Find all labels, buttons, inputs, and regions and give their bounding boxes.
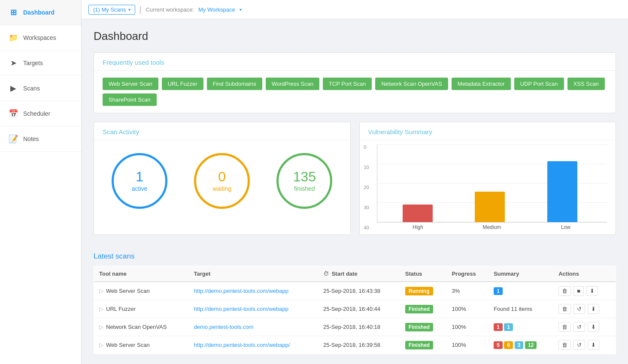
scan-badge-label: (1) My Scans — [93, 6, 126, 13]
circles-container: 1 active 0 waiting 135 finished — [94, 140, 350, 222]
tool-wordpress-scan[interactable]: WordPress Scan — [266, 78, 319, 90]
clock-icon: ⏱ — [323, 271, 329, 277]
bar-high-rect — [403, 205, 433, 222]
scans-table: Tool name Target ⏱ Start date Status Pro… — [94, 266, 616, 354]
tool-name-inner: ▷ Web Server Scan — [99, 288, 184, 294]
tool-web-server-scan[interactable]: Web Server Scan — [103, 78, 158, 90]
start-date-cell: 25-Sep-2018, 16:40:18 — [318, 318, 400, 336]
bar-chart-container: 40 30 20 10 0 — [360, 140, 616, 235]
my-scans-dropdown[interactable]: (1) My Scans ▾ — [88, 5, 135, 15]
table-row: ▷ Web Server Scan http://demo.pentest-to… — [94, 336, 616, 354]
tool-xss-scan[interactable]: XSS Scan — [567, 78, 605, 90]
delete-btn[interactable]: 🗑 — [558, 304, 571, 314]
tools-card-body: Web Server Scan URL Fuzzer Find Subdomai… — [94, 71, 616, 113]
actions-cell: 🗑 ■ ⬇ — [553, 282, 616, 300]
actions-cell: 🗑 ↺ ⬇ — [553, 336, 616, 354]
tool-name-cell: ▷ URL Fuzzer — [94, 300, 189, 318]
tool-find-subdomains[interactable]: Find Subdomains — [207, 78, 262, 90]
target-link[interactable]: http://demo.pentest-tools.com/webapp — [194, 288, 288, 294]
col-start-date-label: Start date — [332, 271, 358, 277]
topbar: (1) My Scans ▾ | Current workspace: My W… — [82, 0, 628, 19]
page-title: Dashboard — [94, 30, 616, 43]
summary-badge-12: 12 — [525, 341, 537, 349]
col-target: Target — [189, 266, 318, 282]
active-label: active — [132, 185, 148, 192]
download-btn[interactable]: ⬇ — [588, 322, 599, 332]
play-icon: ▷ — [99, 306, 103, 312]
sidebar-label-notes: Notes — [23, 135, 39, 142]
status-badge-running: Running — [405, 287, 433, 295]
sidebar-label-targets: Targets — [23, 60, 43, 66]
start-date-cell: 25-Sep-2018, 16:40:44 — [318, 300, 400, 318]
tool-name-inner: ▷ URL Fuzzer — [99, 306, 184, 312]
progress-cell: 100% — [446, 336, 488, 354]
sidebar-item-scheduler[interactable]: 📅 Scheduler — [0, 101, 81, 126]
tool-tcp-port-scan[interactable]: TCP Port Scan — [323, 78, 372, 90]
col-status: Status — [400, 266, 447, 282]
sidebar: ⊞ Dashboard 📁 Workspaces ➤ Targets ▶ Sca… — [0, 0, 82, 364]
bar-medium — [475, 192, 505, 222]
tool-sharepoint-scan[interactable]: SharePoint Scan — [103, 93, 157, 106]
retry-btn[interactable]: ↺ — [573, 322, 585, 332]
topbar-separator: | — [140, 5, 142, 14]
summary-badge-teal: 1 — [504, 323, 513, 331]
scans-table-header-row: Tool name Target ⏱ Start date Status Pro… — [94, 266, 616, 282]
waiting-label: waiting — [212, 185, 231, 192]
tool-metadata-extractor[interactable]: Metadata Extractor — [452, 78, 511, 90]
tools-grid: Web Server Scan URL Fuzzer Find Subdomai… — [103, 78, 607, 106]
actions-inner: 🗑 ↺ ⬇ — [558, 322, 610, 332]
activity-vuln-row: Scan Activity 1 active 0 waiting — [94, 122, 616, 244]
active-circle-item: 1 active — [112, 153, 167, 209]
download-btn[interactable]: ⬇ — [588, 304, 599, 314]
sidebar-label-scheduler: Scheduler — [23, 110, 50, 117]
target-cell: http://demo.pentest-tools.com/webapp — [189, 282, 318, 300]
frequently-used-tools-card: Frequently used tools Web Server Scan UR… — [94, 52, 616, 113]
bars-area — [377, 144, 607, 223]
actions-cell: 🗑 ↺ ⬇ — [553, 300, 616, 318]
delete-btn[interactable]: 🗑 — [558, 340, 571, 350]
retry-btn[interactable]: ↺ — [573, 304, 585, 314]
bar-medium-rect — [475, 192, 505, 222]
target-link[interactable]: demo.pentest-tools.com — [194, 324, 254, 330]
sidebar-item-targets[interactable]: ➤ Targets — [0, 51, 81, 76]
delete-btn[interactable]: 🗑 — [558, 286, 571, 296]
workspace-caret[interactable]: ▾ — [240, 7, 242, 12]
scheduler-icon: 📅 — [9, 109, 18, 118]
sidebar-item-scans[interactable]: ▶ Scans — [0, 76, 81, 101]
tool-name-cell: ▷ Web Server Scan — [94, 336, 189, 354]
stop-btn[interactable]: ■ — [573, 286, 584, 296]
content-area: Dashboard Frequently used tools Web Serv… — [82, 19, 628, 364]
waiting-circle: 0 waiting — [194, 153, 250, 209]
retry-btn[interactable]: ↺ — [573, 340, 585, 350]
summary-badge-5: 5 — [494, 341, 503, 349]
target-link[interactable]: http://demo.pentest-tools.com/webapp/ — [194, 342, 290, 348]
sidebar-item-dashboard[interactable]: ⊞ Dashboard — [0, 0, 81, 25]
workspace-label: Current workspace: — [146, 6, 194, 13]
delete-btn[interactable]: 🗑 — [558, 322, 571, 332]
target-link[interactable]: http://demo.pentest-tools.com/webapp — [194, 306, 288, 312]
latest-scans-section: Latest scans Tool name Target ⏱ Start da… — [94, 252, 616, 354]
play-icon: ▷ — [99, 288, 103, 294]
target-cell: http://demo.pentest-tools.com/webapp/ — [189, 336, 318, 354]
sidebar-item-workspaces[interactable]: 📁 Workspaces — [0, 25, 81, 51]
sidebar-label-scans: Scans — [23, 85, 40, 92]
target-cell: demo.pentest-tools.com — [189, 318, 318, 336]
tool-udp-port-scan[interactable]: UDP Port Scan — [514, 78, 564, 90]
sidebar-item-notes[interactable]: 📝 Notes — [0, 126, 81, 152]
workspaces-icon: 📁 — [9, 33, 18, 42]
start-date-cell: 25-Sep-2018, 16:39:58 — [318, 336, 400, 354]
y-axis: 40 30 20 10 0 — [364, 144, 377, 230]
download-btn[interactable]: ⬇ — [586, 286, 598, 296]
progress-cell: 100% — [446, 318, 488, 336]
summary-cell: 5 6 3 12 — [488, 336, 553, 354]
table-row: ▷ Web Server Scan http://demo.pentest-to… — [94, 282, 616, 300]
sidebar-label-workspaces: Workspaces — [23, 34, 56, 41]
workspace-name[interactable]: My Workspace — [198, 6, 235, 13]
col-progress: Progress — [446, 266, 488, 282]
tool-network-scan-openvas[interactable]: Network Scan OpenVAS — [375, 78, 448, 90]
status-badge-finished: Finished — [405, 305, 433, 313]
bar-low-rect — [547, 161, 577, 223]
tool-url-fuzzer[interactable]: URL Fuzzer — [162, 78, 203, 90]
grid-line-40 — [377, 144, 607, 145]
download-btn[interactable]: ⬇ — [588, 340, 599, 350]
